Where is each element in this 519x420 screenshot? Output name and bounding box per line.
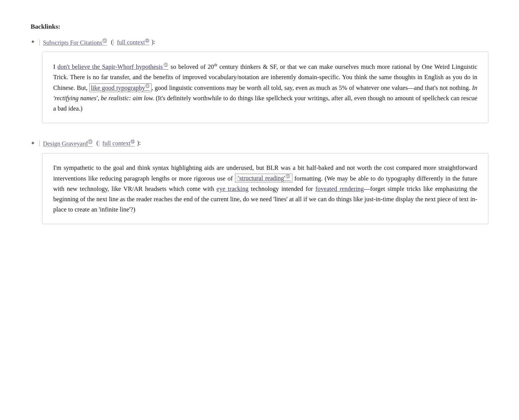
subscripts-paren-close: ): xyxy=(152,39,155,46)
design-graveyard-paren-open: (| xyxy=(95,140,100,147)
good-typography-link[interactable]: like good typography⑬ xyxy=(89,83,151,92)
design-graveyard-full-context-g-icon: ⑬ xyxy=(131,139,135,144)
subscripts-full-context-link[interactable]: full context⑬ xyxy=(117,38,149,46)
foveated-rendering-link[interactable]: foveated rendering xyxy=(315,185,364,192)
design-graveyard-context-box: I'm sympathetic to the goal and think sy… xyxy=(42,153,488,225)
sapir-whorf-link[interactable]: don't believe the Sapir-Whorf hypothesis… xyxy=(57,63,168,70)
good-typography-g-icon: ⑬ xyxy=(145,83,150,88)
subscripts-paren-open: (| xyxy=(109,39,115,46)
eye-tracking-link[interactable]: eye tracking xyxy=(217,185,248,192)
backlinks-section: Backlinks: ✦ | Subscripts For Citations⑬… xyxy=(31,23,488,224)
design-graveyard-quote-text: I'm sympathetic to the goal and think sy… xyxy=(53,163,477,215)
structural-reading-g-icon: ⑬ xyxy=(285,174,291,179)
subscripts-g-icon: ⑬ xyxy=(102,38,107,44)
structural-reading-link[interactable]: |'structural reading'⑬ xyxy=(235,174,292,182)
backlink-title-row-subscripts: ✦ | Subscripts For Citations⑬ (| full co… xyxy=(31,37,488,46)
design-graveyard-g-icon: ⑬ xyxy=(88,139,93,145)
design-graveyard-full-context-link[interactable]: full context⑬ xyxy=(103,139,135,147)
design-graveyard-link[interactable]: Design Graveyard⑬ xyxy=(43,138,93,147)
backlink-item-subscripts: ✦ | Subscripts For Citations⑬ (| full co… xyxy=(31,37,488,123)
subscripts-full-context-g-icon: ⑬ xyxy=(145,38,149,43)
plus-icon-subscripts: ✦ xyxy=(31,39,35,45)
subscripts-link[interactable]: Subscripts For Citations⑬ xyxy=(43,37,107,46)
design-graveyard-paren-close: ): xyxy=(137,140,141,147)
backlinks-heading: Backlinks: xyxy=(31,23,488,31)
backlink-title-row-design-graveyard: ✦ | Design Graveyard⑬ (| full context⑬ )… xyxy=(31,138,488,147)
subscripts-quote-text: I don't believe the Sapir-Whorf hypothes… xyxy=(53,61,477,114)
sapir-whorf-g-icon: ⑬ xyxy=(163,62,169,67)
plus-icon-design-graveyard: ✦ xyxy=(31,140,35,147)
subscripts-context-box: I don't believe the Sapir-Whorf hypothes… xyxy=(42,52,488,123)
backlink-item-design-graveyard: ✦ | Design Graveyard⑬ (| full context⑬ )… xyxy=(31,138,488,224)
